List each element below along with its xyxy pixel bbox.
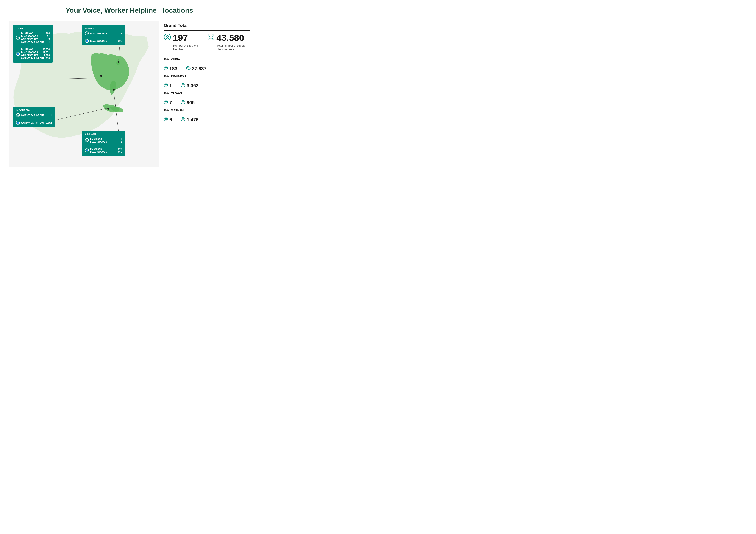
region-sites-value: 6 xyxy=(169,117,172,122)
page-title: Your Voice, Worker Helpline - locations xyxy=(9,7,250,14)
vietnam-site-blackwoods: BLACKWOODS 2 xyxy=(90,140,122,143)
svg-point-32 xyxy=(181,117,185,121)
china-worker-blackwoods: BLACKWOODS 11,871 xyxy=(21,51,50,54)
region-rows: Total CHINA 183 xyxy=(164,58,250,123)
region-divider xyxy=(164,63,250,63)
svg-point-14 xyxy=(211,36,212,37)
indonesia-box-title: INDONESIA xyxy=(16,109,52,112)
workers-icon-tw: 👥 xyxy=(85,39,89,43)
region-stats-row: 183 37,837 xyxy=(164,66,250,72)
region-sites-value: 183 xyxy=(169,66,177,71)
indonesia-info-box: INDONESIA ⊙ WORKWEAR GROUP 1 👥 WORKWEAR … xyxy=(13,107,55,127)
vietnam-info-box: VIETNAM ⊙ BUNNINGS 4 BLACKWOODS 2 👥 xyxy=(82,131,125,156)
china-workers-row: 👥 BUNNINGS 23,870 BLACKWOODS 11,871 OFFI… xyxy=(16,48,50,60)
indonesia-workers-row: 👥 WORKWEAR GROUP 3,362 xyxy=(16,121,52,125)
workers-icon-id: 👥 xyxy=(16,121,20,125)
workers-icon-vn: 👥 xyxy=(85,148,89,152)
svg-point-34 xyxy=(183,118,184,119)
map-section: CHINA ⊙ BUNNINGS 106 BLACKWOODS 71 OFFIC… xyxy=(9,21,159,167)
region-workers-icon xyxy=(186,66,191,72)
china-worker-workwear: WORKWEAR GROUP 538 xyxy=(21,57,50,60)
region-pin-icon xyxy=(164,117,168,122)
svg-point-29 xyxy=(183,101,184,102)
region-workers-value: 3,362 xyxy=(187,83,199,89)
taiwan-worker-blackwoods: BLACKWOODS 905 xyxy=(90,39,122,42)
total-sites-label: Number of sites with Helpline xyxy=(164,44,199,51)
svg-point-7 xyxy=(118,61,120,63)
region-workers-stat: 3,362 xyxy=(180,83,199,89)
region-workers-value: 37,837 xyxy=(192,66,206,71)
region-workers-stat: 1,476 xyxy=(180,117,199,123)
region-pin-icon xyxy=(164,100,168,106)
region-section-0: Total CHINA 183 xyxy=(164,58,250,72)
indonesia-worker-workwear: WORKWEAR GROUP 3,362 xyxy=(21,121,52,124)
china-sites-row: ⊙ BUNNINGS 106 BLACKWOODS 71 OFFICEWORKS… xyxy=(16,32,50,44)
vietnam-worker-blackwoods: BLACKWOODS 669 xyxy=(90,150,122,153)
region-pin-icon xyxy=(164,66,168,71)
region-sites-stat: 6 xyxy=(164,117,172,122)
china-site-officeworks: OFFICEWORKS 5 xyxy=(21,38,50,40)
region-workers-value: 905 xyxy=(187,100,195,106)
region-workers-icon xyxy=(180,100,185,106)
grand-total-row: 197 Number of sites with Helpline xyxy=(164,33,250,53)
region-title: Total TAIWAN xyxy=(164,92,250,95)
pin-icon-vn: ⊙ xyxy=(85,138,89,142)
svg-point-33 xyxy=(182,118,183,119)
vietnam-workers-row: 👥 BUNNINGS 807 BLACKWOODS 669 xyxy=(85,147,122,154)
svg-point-17 xyxy=(186,66,190,70)
region-sites-value: 7 xyxy=(169,100,172,106)
taiwan-workers-row: 👥 BLACKWOODS 905 xyxy=(85,39,122,43)
grand-total-divider xyxy=(164,30,250,31)
svg-point-8 xyxy=(107,108,109,110)
svg-point-11 xyxy=(166,35,169,38)
china-box-title: CHINA xyxy=(16,27,50,30)
region-stats-row: 1 3,362 xyxy=(164,83,250,89)
taiwan-info-box: TAIWAN ⊙ BLACKWOODS 7 👥 BLACKWOODS 905 xyxy=(82,25,125,45)
region-section-3: Total VIETNAM 6 xyxy=(164,109,250,123)
vietnam-worker-bunnings: BUNNINGS 807 xyxy=(90,147,122,150)
region-section-2: Total TAIWAN 7 xyxy=(164,92,250,106)
region-workers-stat: 37,837 xyxy=(186,66,206,72)
china-info-box: CHINA ⊙ BUNNINGS 106 BLACKWOODS 71 OFFIC… xyxy=(13,25,53,63)
svg-point-12 xyxy=(208,34,214,40)
sites-icon xyxy=(164,33,171,42)
region-stats-row: 6 1,476 xyxy=(164,117,250,123)
region-workers-icon xyxy=(180,117,185,123)
taiwan-site-blackwoods: BLACKWOODS 7 xyxy=(90,32,122,35)
svg-point-22 xyxy=(181,83,185,87)
taiwan-sites-row: ⊙ BLACKWOODS 7 xyxy=(85,32,122,35)
china-site-blackwoods: BLACKWOODS 71 xyxy=(21,35,50,38)
svg-point-28 xyxy=(182,101,183,102)
svg-point-18 xyxy=(187,67,188,68)
china-worker-officeworks: OFFICEWORKS 1,558 xyxy=(21,54,50,57)
svg-point-9 xyxy=(113,89,115,91)
region-pin-icon xyxy=(164,83,168,89)
workers-stat-icon xyxy=(207,33,215,42)
region-section-1: Total INDONESIA 1 xyxy=(164,75,250,89)
svg-point-10 xyxy=(164,34,171,40)
region-title: Total INDONESIA xyxy=(164,75,250,78)
total-workers-label: Total number of supply chain workers xyxy=(207,44,250,51)
vietnam-site-bunnings: BUNNINGS 4 xyxy=(90,138,122,140)
svg-point-27 xyxy=(181,100,185,104)
pin-icon: ⊙ xyxy=(16,36,20,39)
region-sites-stat: 183 xyxy=(164,66,177,71)
vietnam-sites-row: ⊙ BUNNINGS 4 BLACKWOODS 2 xyxy=(85,137,122,143)
workers-icon: 👥 xyxy=(16,52,20,56)
region-workers-icon xyxy=(180,83,185,89)
stats-section: Grand Total 197 Number of sites with Hel… xyxy=(164,21,250,126)
svg-point-6 xyxy=(100,75,102,77)
region-workers-stat: 905 xyxy=(180,100,195,106)
vietnam-box-title: VIETNAM xyxy=(85,133,122,135)
region-sites-value: 1 xyxy=(169,83,172,89)
total-workers-item: 43,580 Total number of supply chain work… xyxy=(207,33,250,51)
svg-point-19 xyxy=(189,67,189,68)
region-sites-stat: 7 xyxy=(164,100,172,106)
svg-point-31 xyxy=(165,118,167,119)
main-layout: CHINA ⊙ BUNNINGS 106 BLACKWOODS 71 OFFIC… xyxy=(9,21,250,167)
total-sites-item: 197 Number of sites with Helpline xyxy=(164,33,199,51)
indonesia-site-workwear: WORKWEAR GROUP 1 xyxy=(21,114,52,116)
region-workers-value: 1,476 xyxy=(187,117,199,122)
svg-point-13 xyxy=(209,36,211,37)
pin-icon-tw: ⊙ xyxy=(85,32,89,35)
